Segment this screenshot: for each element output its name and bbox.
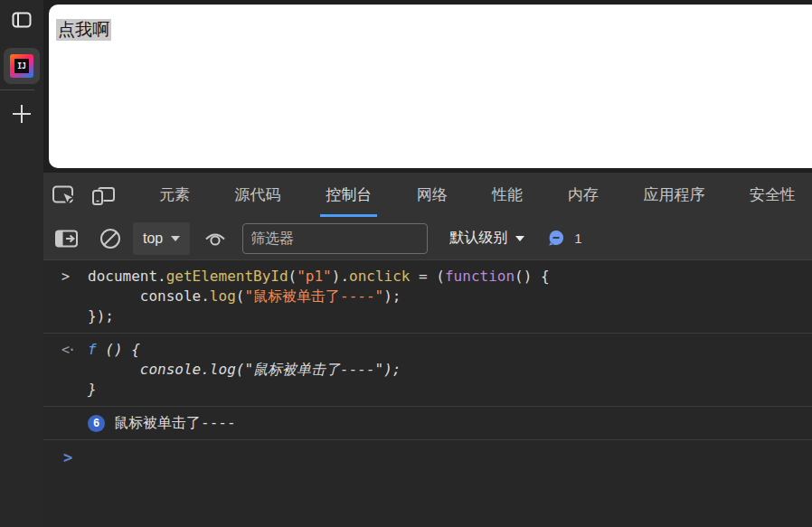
new-tab-icon (11, 103, 33, 125)
console-sidebar-button[interactable] (54, 227, 79, 250)
inspect-cursor-icon (52, 184, 76, 207)
code-line: } (88, 380, 803, 400)
tab-network[interactable]: 网络 (411, 173, 453, 217)
code-line: document.getElementById("p1").onclick = … (88, 267, 803, 287)
eye-icon (203, 227, 228, 250)
filter-input[interactable] (242, 223, 428, 254)
return-value-icon: <· (61, 340, 74, 360)
console-entry-input: >document.getElementById("p1").onclick =… (43, 260, 812, 334)
tab-elements[interactable]: 元素 (154, 173, 195, 217)
web-page-viewport: 点我啊 (49, 5, 812, 168)
code-line: console.log("鼠标被单击了----"); (88, 287, 803, 306)
device-toolbar-icon (90, 184, 116, 207)
devtools-panel: 元素源代码控制台网络性能内存应用程序安全性 top (43, 173, 812, 527)
console-input-icon: > (61, 267, 70, 287)
intellij-monogram: IJ (17, 62, 26, 71)
context-selector-label: top (143, 231, 163, 247)
code-line: console.log("鼠标被单击了----"); (88, 360, 803, 380)
tab-sources[interactable]: 源代码 (230, 173, 287, 217)
device-toolbar-button[interactable] (83, 173, 123, 217)
clear-console-icon (99, 227, 122, 250)
inspect-element-button[interactable] (43, 173, 83, 217)
clickable-paragraph-selected[interactable]: 点我啊 (56, 19, 111, 41)
browser-sidebar: IJ (0, 0, 43, 527)
console-messages: >document.getElementById("p1").onclick =… (43, 260, 812, 527)
console-entry-prompt[interactable]: > (43, 440, 812, 473)
sidebar-item-intellij-tab[interactable]: IJ (4, 48, 40, 84)
code-line: }); (88, 306, 803, 326)
console-prompt-icon: > (63, 448, 72, 466)
console-toolbar: top 默认级别 1 (43, 217, 812, 260)
live-expression-button[interactable] (203, 227, 228, 250)
clear-console-button[interactable] (99, 227, 122, 250)
intellij-tab-icon: IJ (10, 54, 33, 78)
log-message: 鼠标被单击了---- (114, 414, 236, 432)
console-entry-log: 6鼠标被单击了---- (43, 407, 812, 440)
console-entry-result: <·f () { console.log("鼠标被单击了----");} (43, 334, 812, 407)
tab-memory[interactable]: 内存 (562, 173, 604, 217)
chevron-down-icon (171, 236, 180, 241)
issues-bubble-icon (546, 229, 566, 248)
active-tab-underline (320, 214, 377, 217)
tab-actions-icon (12, 11, 32, 29)
tab-application[interactable]: 应用程序 (637, 173, 710, 217)
tab-actions-button[interactable] (0, 0, 43, 40)
log-level-label: 默认级别 (449, 229, 507, 248)
tab-performance[interactable]: 性能 (486, 173, 528, 217)
sidebar-divider (0, 89, 34, 90)
devtools-tabs: 元素源代码控制台网络性能内存应用程序安全性 (154, 173, 801, 217)
issues-count: 1 (574, 231, 581, 246)
context-selector[interactable]: top (133, 222, 190, 255)
tab-security[interactable]: 安全性 (744, 173, 801, 217)
tab-console[interactable]: 控制台 (320, 173, 377, 217)
console-sidebar-icon (54, 227, 79, 250)
repeat-count-badge: 6 (88, 415, 105, 432)
code-line: f () { (88, 340, 803, 360)
log-level-selector[interactable]: 默认级别 (442, 222, 532, 255)
issues-counter[interactable]: 1 (546, 229, 581, 248)
devtools-tabbar: 元素源代码控制台网络性能内存应用程序安全性 (43, 173, 812, 217)
chevron-down-icon (515, 236, 524, 241)
new-tab-button[interactable] (0, 96, 43, 132)
